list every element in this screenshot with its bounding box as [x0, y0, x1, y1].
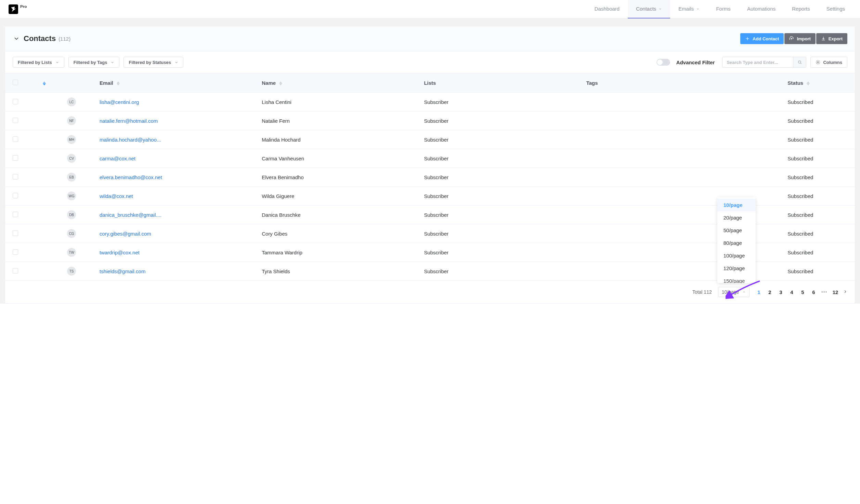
columns-button[interactable]: Columns	[810, 57, 847, 68]
add-contact-button[interactable]: Add Contact	[740, 33, 784, 44]
email-link[interactable]: cory.gibes@gmail.com	[100, 231, 151, 237]
avatar: CG	[67, 229, 76, 238]
search-container	[722, 57, 806, 68]
page-size-option[interactable]: 50/page	[717, 224, 756, 237]
table-row[interactable]: NFnatalie.fern@hotmail.comNatalie FernSu…	[5, 111, 855, 130]
email-link[interactable]: malinda.hochard@yahoo...	[100, 137, 161, 143]
status-cell: Subscribed	[782, 168, 855, 187]
name-cell: Tyra Shields	[256, 262, 418, 281]
status-cell: Subscribed	[782, 262, 855, 281]
avatar: NF	[67, 116, 76, 125]
table-row[interactable]: EBelvera.benimadho@cox.netElvera Benimad…	[5, 168, 855, 187]
row-checkbox[interactable]	[13, 99, 18, 104]
email-link[interactable]: carma@cox.net	[100, 156, 135, 161]
row-checkbox[interactable]	[13, 212, 18, 217]
select-all-checkbox[interactable]	[13, 80, 18, 85]
export-button[interactable]: Export	[816, 33, 847, 44]
page-size-option[interactable]: 120/page	[717, 262, 756, 275]
email-link[interactable]: lisha@centini.org	[100, 99, 139, 105]
page-size-option[interactable]: 10/page	[717, 199, 756, 211]
page-size-option[interactable]: 150/page	[717, 275, 756, 283]
page-number[interactable]: 4	[789, 289, 795, 295]
row-checkbox[interactable]	[13, 174, 18, 180]
nav-item-automations[interactable]: Automations	[739, 0, 784, 18]
import-button[interactable]: Import	[784, 33, 815, 44]
chevron-up-icon	[742, 290, 746, 294]
avatar: LC	[67, 97, 76, 106]
email-link[interactable]: tshields@gmail.com	[100, 268, 145, 274]
email-link[interactable]: danica_bruschke@gmail....	[100, 212, 161, 218]
table-row[interactable]: CVcarma@cox.netCarma VanheusenSubscriber…	[5, 149, 855, 168]
row-checkbox[interactable]	[13, 136, 18, 142]
page-size-option[interactable]: 80/page	[717, 237, 756, 249]
avatar: CV	[67, 154, 76, 163]
page-number[interactable]: 6	[810, 289, 817, 295]
lists-cell: Subscriber	[418, 224, 581, 243]
email-link[interactable]: twardrip@cox.net	[100, 250, 140, 255]
sort-column[interactable]	[35, 74, 62, 93]
search-button[interactable]	[793, 57, 806, 67]
lists-cell: Subscriber	[418, 111, 581, 130]
advanced-filter-toggle[interactable]	[656, 59, 670, 66]
nav-item-dashboard[interactable]: Dashboard	[586, 0, 628, 18]
name-cell: Tammara Wardrip	[256, 243, 418, 262]
email-link[interactable]: elvera.benimadho@cox.net	[100, 174, 162, 180]
row-checkbox[interactable]	[13, 268, 18, 274]
row-checkbox[interactable]	[13, 193, 18, 198]
page-size-option[interactable]: 100/page	[717, 249, 756, 262]
page-number[interactable]: 1	[756, 289, 762, 295]
nav-item-contacts[interactable]: Contacts	[628, 0, 670, 18]
search-input[interactable]	[722, 57, 793, 67]
lists-cell: Subscriber	[418, 130, 581, 149]
page-title: Contacts	[24, 34, 56, 43]
column-email[interactable]: Email	[94, 74, 256, 93]
status-cell: Subscribed	[782, 187, 855, 205]
email-link[interactable]: wilda@cox.net	[100, 193, 133, 199]
page-next[interactable]	[843, 289, 847, 295]
nav-item-forms[interactable]: Forms	[708, 0, 739, 18]
lists-cell: Subscriber	[418, 187, 581, 205]
column-email-label: Email	[100, 80, 113, 86]
filter-statuses[interactable]: Filtered by Statuses	[123, 57, 183, 68]
filter-bar: Filtered by Lists Filtered by Tags Filte…	[5, 51, 855, 74]
column-name[interactable]: Name	[256, 74, 418, 93]
nav-item-reports[interactable]: Reports	[784, 0, 818, 18]
row-checkbox[interactable]	[13, 230, 18, 236]
page-size-selector[interactable]: 10/page 10/page20/page50/page80/page100/…	[718, 287, 750, 297]
row-checkbox[interactable]	[13, 155, 18, 161]
nav-item-label: Dashboard	[595, 6, 620, 12]
pagination: Total 112 10/page 10/page20/page50/page8…	[5, 281, 855, 303]
svg-point-0	[798, 61, 801, 63]
table-row[interactable]: LClisha@centini.orgLisha CentiniSubscrib…	[5, 93, 855, 111]
name-cell: Danica Bruschke	[256, 205, 418, 224]
nav-item-settings[interactable]: Settings	[818, 0, 853, 18]
nav-item-label: Automations	[747, 6, 776, 12]
page-number[interactable]: 2	[767, 289, 773, 295]
avatar: WG	[67, 191, 76, 200]
logo[interactable]: Pro	[9, 4, 27, 14]
total-label: Total 112	[692, 289, 712, 295]
table-row[interactable]: MHmalinda.hochard@yahoo...Malinda Hochar…	[5, 130, 855, 149]
page-number-last[interactable]: 12	[832, 289, 838, 295]
column-status[interactable]: Status	[782, 74, 855, 93]
page-ellipsis[interactable]: ···	[821, 289, 828, 295]
page-number[interactable]: 3	[778, 289, 784, 295]
filter-lists-label: Filtered by Lists	[18, 60, 52, 65]
status-cell: Subscribed	[782, 111, 855, 130]
download-icon	[821, 36, 826, 41]
page-size-option[interactable]: 20/page	[717, 211, 756, 224]
nav-item-emails[interactable]: Emails	[670, 0, 708, 18]
filter-tags-label: Filtered by Tags	[74, 60, 107, 65]
collapse-toggle[interactable]	[13, 36, 19, 42]
row-checkbox[interactable]	[13, 249, 18, 255]
filter-lists[interactable]: Filtered by Lists	[13, 57, 64, 68]
email-link[interactable]: natalie.fern@hotmail.com	[100, 118, 158, 124]
row-checkbox[interactable]	[13, 118, 18, 123]
page-number[interactable]: 5	[799, 289, 806, 295]
svg-point-1	[818, 62, 819, 63]
avatar: DB	[67, 210, 76, 219]
status-cell: Subscribed	[782, 243, 855, 262]
plus-icon	[745, 36, 750, 41]
chevron-down-icon	[696, 7, 700, 11]
filter-tags[interactable]: Filtered by Tags	[68, 57, 120, 68]
